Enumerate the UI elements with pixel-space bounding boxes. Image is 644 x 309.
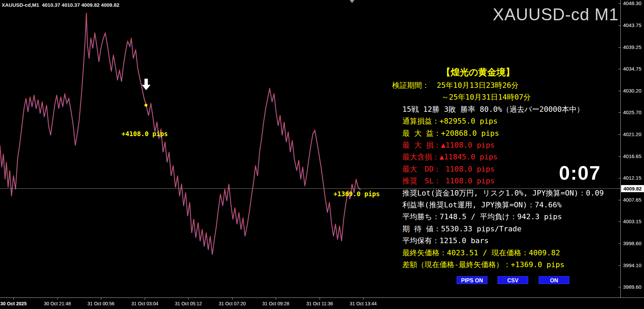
price-axis-label: 4034.75 xyxy=(623,66,641,72)
red-price-line xyxy=(0,12,360,254)
price-axis-tick xyxy=(618,69,620,69)
price-axis-tick xyxy=(618,134,620,135)
price-axis-tick xyxy=(618,243,620,244)
countdown-timer: 0:07 xyxy=(553,161,607,184)
price-axis-label: 4030.20 xyxy=(623,88,641,94)
chart-shift-marker-icon xyxy=(350,0,354,3)
stat-line: 最 大 益：+20868.0 pips xyxy=(402,128,499,138)
down-arrow-icon xyxy=(144,79,148,85)
time-axis-label: 31 Oct 03:04 xyxy=(131,301,158,306)
price-axis-tick xyxy=(618,156,620,157)
price-axis-tick xyxy=(618,47,620,48)
time-axis-label: 31 Oct 05:12 xyxy=(175,301,202,306)
stat-line: 検証期間： 25年10月13日23時26分 xyxy=(392,80,518,91)
price-axis-tick xyxy=(618,178,620,178)
stat-line: 15戦 12勝 3敗 勝率 80.0%（過去バー20000本中） xyxy=(402,104,584,114)
stat-line: 平均勝ち：7148.5 / 平均負け：942.3 pips xyxy=(402,212,562,222)
time-axis-tick xyxy=(188,298,189,300)
current-price-tag: 4009.82 xyxy=(621,185,644,192)
time-axis-label: 30 Oct 2025 xyxy=(0,301,27,306)
price-axis-tick xyxy=(618,222,620,222)
price-axis-label: 4025.70 xyxy=(623,109,641,115)
time-axis-tick xyxy=(145,298,145,300)
stat-line: 平均保有：1215.0 bars xyxy=(402,236,489,246)
time-axis-label: 31 Oct 00:56 xyxy=(87,301,114,306)
stat-line: 最 大 損：▲1108.0 pips xyxy=(402,140,494,150)
time-axis-border xyxy=(0,298,644,298)
time-axis-tick xyxy=(232,298,233,300)
price-axis-label: 3998.60 xyxy=(623,240,641,246)
price-axis-label: 4048.30 xyxy=(623,0,641,6)
stat-line: 最大含損：▲11845.0 pips xyxy=(402,152,498,162)
time-axis-label: 30 Oct 21:48 xyxy=(44,301,71,306)
time-axis-tick xyxy=(363,298,364,300)
symbol-ohlc-info: XAUUSD-cd,M1 4010.37 4010.37 4009.82 400… xyxy=(2,2,119,8)
entry-dot xyxy=(144,104,147,107)
stat-line: 通算損益：+82955.0 pips xyxy=(402,116,498,126)
time-axis-label: 31 Oct 09:28 xyxy=(262,301,289,306)
price-axis-label: 4007.65 xyxy=(623,197,641,203)
stat-line: 差額（現在価格-最終矢価格）：+1369.0 pips xyxy=(402,260,564,270)
price-axis-label: 4016.65 xyxy=(623,153,641,159)
stat-line: 推奨Lot(資金10万円, リスク1.0%, JPY換算=ON)：0.09 xyxy=(402,188,604,198)
price-axis-tick xyxy=(618,25,620,26)
price-axis-tick xyxy=(618,200,620,200)
price-axis-label: 3989.60 xyxy=(623,284,641,290)
time-axis-tick xyxy=(276,298,276,300)
down-arrow-icon xyxy=(142,85,151,90)
entry-pips-label: +4108.0 pips xyxy=(122,130,168,137)
on-button[interactable]: ON xyxy=(539,276,569,284)
price-axis-tick xyxy=(618,265,620,266)
pips-on-button[interactable]: PIPS ON xyxy=(457,276,487,284)
price-axis-tick xyxy=(618,91,620,91)
time-axis-tick xyxy=(320,298,320,300)
price-axis-label: 4039.25 xyxy=(623,44,641,50)
time-axis-tick xyxy=(57,298,58,300)
price-axis-label: 3994.10 xyxy=(623,262,641,268)
chart-watermark-title: XAUUSD-cd M1 xyxy=(493,5,619,24)
price-axis-tick xyxy=(618,3,620,4)
stat-line: ～25年10月31日14時07分 xyxy=(441,92,531,102)
current-pips-label: +1369.0 pips xyxy=(333,190,380,198)
stat-line: 利益率(推奨Lot運用, JPY換算=ON)：74.66% xyxy=(402,200,562,210)
price-axis-label: 4021.20 xyxy=(623,131,641,137)
blue-price-line xyxy=(0,13,360,255)
time-axis-tick xyxy=(101,298,101,300)
time-axis-label: 31 Oct 11:36 xyxy=(306,301,333,306)
app-background: +4108.0 pips +1369.0 pips XAUUSD-cd,M1 4… xyxy=(0,0,644,309)
time-axis-label: 31 Oct 13:44 xyxy=(350,301,377,306)
stat-line: 最大 DD： 1108.0 pips xyxy=(402,164,494,174)
price-axis-label: 4012.15 xyxy=(623,175,641,181)
price-axis-tick xyxy=(618,287,620,287)
time-axis-label: 31 Oct 07:20 xyxy=(219,301,246,306)
stat-line: 期 待 値：5530.33 pips/Trade xyxy=(402,224,521,234)
price-axis-border xyxy=(620,0,621,298)
time-axis-tick xyxy=(14,298,14,300)
stats-panel-title: 【煌光の黄金境】 xyxy=(441,66,515,78)
price-axis-label: 4043.75 xyxy=(623,22,641,28)
price-axis-tick xyxy=(618,112,620,113)
stat-line: 推奨 SL： 1108.0 pips xyxy=(402,176,494,186)
stat-line: 最終矢価格：4023.51 / 現在価格：4009.82 xyxy=(402,248,560,258)
price-axis-label: 4003.15 xyxy=(623,218,641,224)
csv-button[interactable]: CSV xyxy=(498,276,528,284)
